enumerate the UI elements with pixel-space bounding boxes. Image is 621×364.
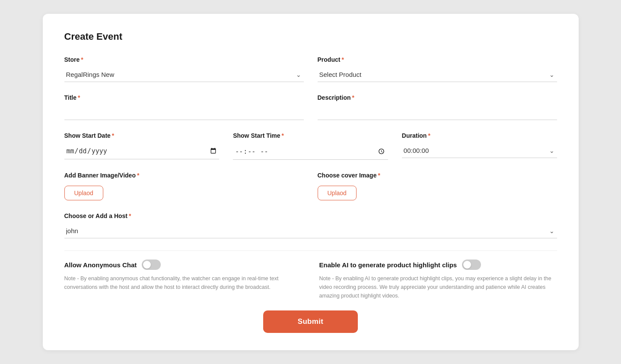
host-select[interactable]: john: [64, 224, 557, 238]
enable-ai-note: Note - By enabling AI to generate produc…: [319, 274, 557, 300]
store-label: Store*: [64, 56, 304, 63]
submit-button[interactable]: Submit: [263, 310, 358, 333]
duration-select-wrapper: 00:00:00 00:30:00 01:00:00 ⌄: [402, 143, 557, 158]
title-group: Title*: [64, 94, 304, 120]
duration-group: Duration* 00:00:00 00:30:00 01:00:00 ⌄: [402, 132, 557, 160]
add-banner-label: Add Banner Image/Video*: [64, 172, 304, 179]
page-title: Create Event: [64, 31, 557, 42]
duration-label: Duration*: [402, 132, 557, 139]
show-start-date-group: Show Start Date*: [64, 132, 220, 160]
anonymous-chat-toggle[interactable]: [142, 260, 161, 270]
description-label: Description*: [318, 94, 557, 101]
enable-ai-slider: [462, 260, 481, 270]
show-start-time-group: Show Start Time*: [233, 132, 388, 160]
anonymous-chat-note: Note - By enabling anonymous chat functi…: [64, 274, 302, 291]
enable-ai-label-row: Enable AI to generate product highlight …: [319, 260, 557, 270]
store-product-row: Store* RegalRings New ⌄ Product* Select …: [64, 56, 557, 82]
host-row: Choose or Add a Host* john ⌄: [64, 212, 557, 238]
add-banner-group: Add Banner Image/Video* Uplaod: [64, 172, 304, 200]
toggles-row: Allow Anonymous Chat Note - By enabling …: [64, 260, 557, 300]
upload-banner-button[interactable]: Uplaod: [64, 186, 103, 200]
create-event-card: Create Event Store* RegalRings New ⌄ Pro…: [43, 14, 579, 351]
product-select-wrapper: Select Product ⌄: [318, 67, 557, 82]
enable-ai-toggle[interactable]: [462, 260, 481, 270]
enable-ai-group: Enable AI to generate product highlight …: [319, 260, 557, 300]
show-start-time-input[interactable]: [233, 143, 388, 160]
title-label: Title*: [64, 94, 304, 101]
product-label: Product*: [318, 56, 557, 63]
host-select-wrapper: john ⌄: [64, 224, 557, 238]
show-start-date-label: Show Start Date*: [64, 132, 220, 139]
product-group: Product* Select Product ⌄: [318, 56, 557, 82]
product-select[interactable]: Select Product: [318, 67, 557, 82]
upload-cover-button[interactable]: Uplaod: [318, 186, 357, 200]
divider: [64, 250, 557, 251]
show-start-date-input[interactable]: [64, 143, 220, 159]
duration-select[interactable]: 00:00:00 00:30:00 01:00:00: [402, 143, 557, 158]
host-label: Choose or Add a Host*: [64, 212, 557, 219]
description-group: Description*: [318, 94, 557, 120]
anonymous-chat-group: Allow Anonymous Chat Note - By enabling …: [64, 260, 302, 300]
title-input[interactable]: [64, 105, 304, 120]
show-start-time-label: Show Start Time*: [233, 132, 388, 139]
submit-row: Submit: [64, 310, 557, 333]
store-select[interactable]: RegalRings New: [64, 67, 304, 82]
store-select-wrapper: RegalRings New ⌄: [64, 67, 304, 82]
enable-ai-label: Enable AI to generate product highlight …: [319, 261, 457, 269]
host-group: Choose or Add a Host* john ⌄: [64, 212, 557, 238]
anonymous-chat-label-row: Allow Anonymous Chat: [64, 260, 302, 270]
choose-cover-label: Choose cover Image*: [318, 172, 557, 179]
title-description-row: Title* Description*: [64, 94, 557, 120]
date-time-duration-row: Show Start Date* Show Start Time* Durati…: [64, 132, 557, 160]
choose-cover-group: Choose cover Image* Uplaod: [318, 172, 557, 200]
banner-cover-row: Add Banner Image/Video* Uplaod Choose co…: [64, 172, 557, 200]
anonymous-chat-slider: [142, 260, 161, 270]
store-group: Store* RegalRings New ⌄: [64, 56, 304, 82]
anonymous-chat-label: Allow Anonymous Chat: [64, 261, 137, 269]
description-input[interactable]: [318, 105, 557, 120]
